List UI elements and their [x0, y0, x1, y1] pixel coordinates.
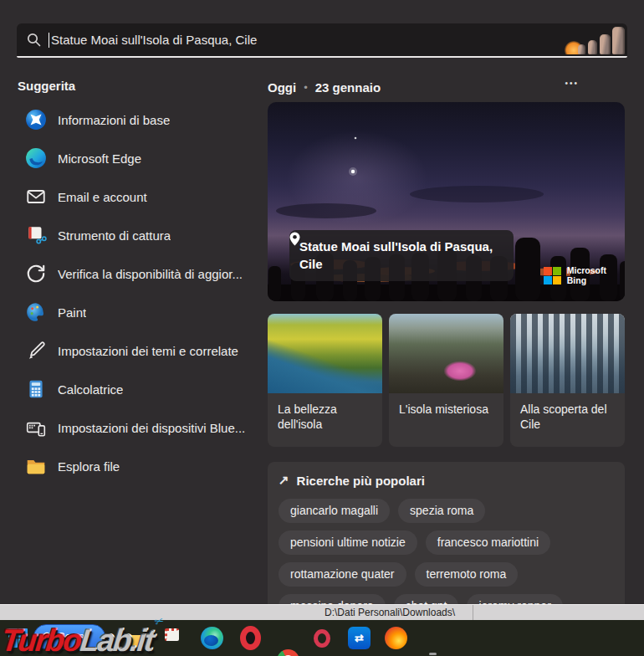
divider	[473, 605, 473, 621]
sidebar-item-label: Impostazioni dei dispositivi Blue...	[58, 421, 245, 435]
devices-icon	[25, 417, 47, 438]
sidebar-item-esplora-file[interactable]: Esplora file	[18, 447, 268, 485]
edge-icon	[25, 147, 47, 169]
sidebar-item-verifica-aggiornamenti[interactable]: Verifica la disponibilità di aggior...	[18, 254, 268, 293]
search-chip[interactable]: messina denaro	[279, 594, 386, 604]
taskbar-firefox-button[interactable]	[385, 627, 407, 649]
bing-daily-panel: Oggi • 23 gennaio •••	[268, 79, 626, 604]
thumbnail-image	[268, 314, 382, 393]
thumbnail-image	[510, 314, 625, 393]
date-header: Oggi • 23 gennaio •••	[268, 79, 626, 95]
sidebar-item-dispositivi-bluetooth[interactable]: Impostazioni dei dispositivi Blue...	[18, 408, 268, 447]
sidebar-item-label: Impostazioni dei temi e correlate	[58, 344, 238, 358]
running-app-indicator	[429, 653, 437, 655]
search-chip[interactable]: spezia roma	[398, 499, 485, 523]
thumbnail-card-isola-misteriosa[interactable]: L'isola misteriosa	[389, 314, 503, 447]
file-explorer-icon	[25, 455, 47, 477]
turbolab-watermark: TurboLab.it	[0, 625, 155, 656]
watermark-text-1: Turbo	[0, 623, 82, 656]
thumbnail-caption: Alla scoperta del Cile	[510, 393, 625, 447]
image-location-pill: Statue Moai sull'Isola di Pasqua, Cile	[289, 230, 514, 281]
date-value: 23 gennaio	[315, 80, 381, 95]
sidebar-item-label: Informazioni di base	[58, 113, 170, 127]
sidebar-header: Suggerita	[18, 79, 268, 93]
search-query-text: Statue Moai sull'Isola di Pasqua, Cile	[51, 33, 257, 47]
more-options-button[interactable]: •••	[561, 77, 582, 90]
search-chip[interactable]: chat gpt	[394, 594, 459, 604]
brand-line-2: Bing	[567, 275, 586, 285]
themes-brush-icon	[25, 340, 47, 361]
search-chip[interactable]: giancarlo magalli	[279, 499, 390, 523]
suggested-sidebar: Suggerita Informazioni di base	[18, 79, 268, 604]
daily-image-card[interactable]: Statue Moai sull'Isola di Pasqua, Cile M…	[268, 102, 625, 301]
microsoft-logo-icon	[544, 267, 561, 284]
search-chip[interactable]: pensioni ultime notizie	[279, 530, 417, 555]
sidebar-item-email-account[interactable]: Email e account	[18, 177, 268, 216]
related-thumbnails-row: La bellezza dell'isola L'isola misterios…	[268, 314, 625, 447]
taskbar-edge-button[interactable]	[201, 627, 223, 649]
brand-line-1: Microsoft	[567, 265, 606, 275]
search-chip[interactable]: terremoto roma	[415, 562, 519, 587]
moai-search-decoration	[565, 25, 625, 54]
email-icon	[25, 186, 47, 208]
trending-arrow-icon: ↗	[279, 473, 289, 488]
search-flyout-panel: Statue Moai sull'Isola di Pasqua, Cile S…	[0, 0, 644, 604]
search-chip[interactable]: francesco mariottini	[426, 530, 550, 555]
sidebar-item-microsoft-edge[interactable]: Microsoft Edge	[18, 139, 268, 177]
sidebar-item-impostazioni-temi[interactable]: Impostazioni dei temi e correlate	[18, 331, 268, 370]
sidebar-item-label: Email e account	[58, 190, 147, 204]
sidebar-item-label: Calcolatrice	[58, 382, 123, 397]
thumbnail-caption: L'isola misteriosa	[389, 393, 503, 447]
sidebar-item-paint[interactable]: Paint	[18, 293, 268, 331]
sidebar-item-label: Paint	[58, 305, 86, 320]
taskbar-chrome-button[interactable]	[277, 649, 299, 656]
date-label: Oggi	[268, 80, 296, 95]
windows-search-flyout-screen: Statue Moai sull'Isola di Pasqua, Cile S…	[0, 0, 644, 656]
sidebar-item-label: Verifica la disponibilità di aggior...	[58, 267, 243, 281]
sidebar-item-calcolatrice[interactable]: Calcolatrice	[18, 370, 268, 408]
background-window-edge: D:\Dati Personali\Downloads\	[0, 604, 644, 620]
dot-separator: •	[304, 81, 308, 94]
search-chip[interactable]: jeremy renner	[467, 594, 562, 604]
sidebar-item-label: Esplora file	[58, 459, 120, 474]
taskbar-teamviewer-button[interactable]: ⇄	[348, 627, 371, 649]
calculator-icon	[25, 378, 47, 400]
sidebar-item-label: Microsoft Edge	[58, 151, 141, 166]
paint-icon	[25, 301, 47, 323]
thumbnail-caption: La bellezza dell'isola	[268, 393, 382, 447]
update-sync-icon	[25, 263, 47, 284]
text-caret	[49, 33, 49, 48]
sidebar-item-informazioni-di-base[interactable]: Informazioni di base	[18, 100, 268, 139]
image-caption: Statue Moai sull'Isola di Pasqua, Cile	[299, 238, 502, 273]
watermark-text-2: Lab.it	[79, 623, 155, 656]
location-pin-icon	[289, 232, 300, 246]
tips-icon	[25, 109, 47, 131]
search-chips-container: giancarlo magalli spezia roma pensioni u…	[279, 499, 614, 604]
sidebar-item-label: Strumento di cattura	[58, 228, 171, 243]
microsoft-bing-logo: Microsoft Bing	[544, 265, 606, 286]
path-tooltip: D:\Dati Personali\Downloads\	[325, 607, 455, 618]
sidebar-item-strumento-di-cattura[interactable]: Strumento di cattura	[18, 216, 268, 254]
popular-searches-card: ↗ Ricerche più popolari giancarlo magall…	[268, 462, 625, 604]
thumbnail-card-bellezza-isola[interactable]: La bellezza dell'isola	[268, 314, 382, 447]
search-chip[interactable]: rottamazione quater	[279, 562, 406, 587]
search-input[interactable]: Statue Moai sull'Isola di Pasqua, Cile	[17, 23, 627, 58]
snipping-tool-icon	[25, 224, 47, 246]
taskbar-opera-gx-button[interactable]	[314, 629, 330, 648]
search-icon	[27, 33, 41, 47]
popular-searches-title: Ricerche più popolari	[297, 474, 425, 488]
taskbar-opera-button[interactable]	[240, 626, 261, 650]
thumbnail-card-scoperta-cile[interactable]: Alla scoperta del Cile	[510, 314, 625, 447]
thumbnail-image	[389, 314, 503, 393]
